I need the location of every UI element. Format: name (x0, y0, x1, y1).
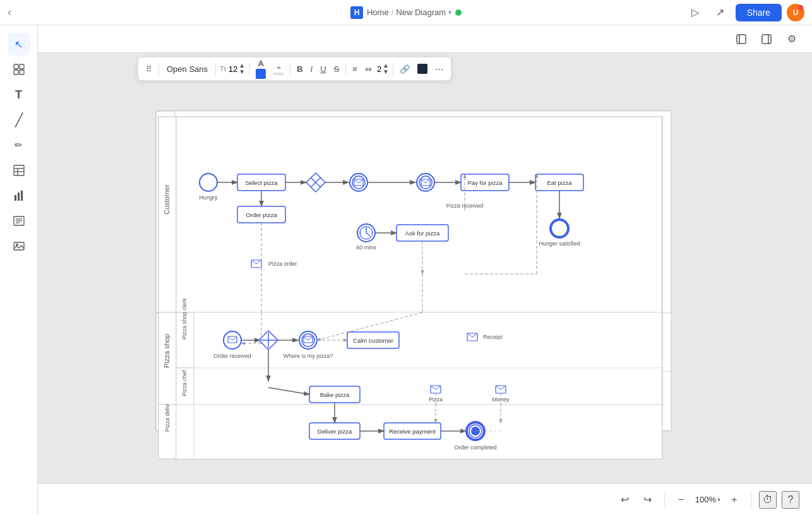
hunger-satisfied-text: Hunger satisfied (539, 240, 580, 247)
highlight-swatch (273, 73, 284, 75)
svg-rect-126 (176, 405, 194, 459)
end-customer[interactable] (551, 220, 568, 237)
order-completed-text: Order completed (454, 444, 496, 451)
start-event[interactable] (200, 174, 217, 191)
shape-color-swatch (417, 64, 427, 74)
help-button[interactable]: ? (782, 491, 799, 509)
image-icon (13, 240, 25, 252)
spacing-button[interactable]: ⇔ (362, 63, 374, 75)
separator-6 (393, 62, 393, 75)
left-sidebar: ↖ T ╱ ✏ (0, 25, 38, 515)
zoom-level-display[interactable]: 100% ▾ (695, 495, 720, 504)
separator-3 (249, 62, 249, 75)
link-button[interactable]: 🔗 (397, 63, 412, 75)
font-size-down[interactable]: ▼ (239, 69, 245, 75)
table-icon (13, 165, 25, 176)
receive-payment-text: Receive payment (389, 428, 436, 435)
breadcrumb-diagram[interactable]: New Diagram (396, 8, 446, 17)
ask-pizza-text: Ask for pizza (405, 230, 440, 237)
chart-icon (13, 190, 25, 201)
svg-rect-12 (15, 195, 16, 201)
play-button[interactable]: ▷ (685, 3, 705, 23)
separator-2 (751, 494, 751, 506)
font-color-swatch (256, 69, 266, 79)
zoom-in-button[interactable]: + (725, 491, 743, 509)
main-bpmn[interactable]: Customer Hungry Select pizza Order pizza (158, 116, 663, 425)
bake-pizza-text: Bake pizza (320, 391, 350, 398)
delivery-text: Pizza delivery guy (164, 404, 170, 432)
pizza-order-text: Pizza order (268, 261, 297, 267)
breadcrumb-dropdown-icon[interactable]: ▾ (448, 9, 451, 16)
line-height-down[interactable]: ▼ (383, 69, 389, 75)
separator (664, 494, 665, 506)
zoom-out-button[interactable]: − (672, 491, 690, 509)
tool-image[interactable] (8, 235, 30, 258)
breadcrumb: Home / New Diagram ▾ (367, 8, 451, 17)
pay-pizza-text: Pay for pizza (468, 179, 503, 186)
align-button[interactable]: ≡ (350, 63, 360, 75)
bottom-bar: ↩ ↪ − 100% ▾ + ⏱ ? (38, 483, 812, 515)
drag-handle[interactable]: ⠿ (143, 63, 155, 75)
clerk-text: Pizza shop clerk (181, 298, 188, 340)
svg-rect-5 (20, 64, 24, 69)
order-received-text: Order received (213, 353, 251, 359)
select-pizza-text: Select pizza (245, 179, 278, 186)
app-logo: H (350, 6, 363, 19)
zoom-dropdown-icon: ▾ (717, 496, 720, 503)
svg-rect-8 (14, 165, 24, 175)
back-button[interactable]: ‹ (8, 6, 11, 19)
delivery-lane[interactable]: Pizza delivery guy Deliver pizza Receive… (158, 404, 663, 459)
canvas-area[interactable]: Customer Hungry Select pizza Order pizza… (38, 53, 812, 483)
shape-color-button[interactable] (415, 62, 430, 75)
tool-line[interactable]: ╱ (8, 109, 30, 131)
customer-label: Customer (163, 184, 170, 215)
panel-right-button[interactable] (756, 29, 777, 49)
tool-table[interactable] (8, 159, 30, 182)
list-icon (13, 215, 25, 227)
tool-pencil[interactable]: ✏ (8, 134, 30, 157)
60-mins-text: 60 mins (356, 244, 376, 251)
eat-pizza-text: Eat pizza (547, 179, 572, 186)
tool-list[interactable] (8, 210, 30, 232)
history-button[interactable]: ⏱ (759, 491, 777, 509)
separator-4 (290, 62, 290, 75)
highlight-icon: ⌁ (277, 63, 281, 72)
redo-button[interactable]: ↪ (639, 491, 657, 509)
highlight-button[interactable]: ⌁ (271, 62, 286, 76)
svg-rect-4 (14, 64, 18, 69)
line-height-control[interactable]: 2 ▲ ▼ (377, 62, 389, 75)
undo-button[interactable]: ↩ (616, 491, 634, 509)
font-size-control[interactable]: 12 ▲ ▼ (229, 62, 245, 75)
user-avatar[interactable]: U (787, 4, 804, 21)
font-size-icon: Tt (220, 65, 226, 73)
font-size-value: 12 (229, 64, 237, 74)
panel-icon (736, 33, 747, 45)
tool-shapes[interactable] (8, 58, 30, 81)
share-button[interactable]: Share (736, 4, 782, 21)
deliver-pizza-text: Deliver pizza (318, 428, 352, 435)
breadcrumb-home[interactable]: Home (367, 8, 389, 17)
zoom-value: 100% (695, 495, 716, 504)
font-color-button[interactable]: A (253, 57, 268, 80)
order-pizza-text: Order pizza (246, 211, 277, 218)
shapes-icon (13, 64, 25, 75)
underline-button[interactable]: U (318, 63, 328, 75)
save-status-indicator (455, 9, 462, 16)
font-family-selector[interactable]: Open Sans (163, 64, 212, 74)
receipt-text: Receipt (483, 334, 503, 340)
tool-text[interactable]: T (8, 83, 30, 106)
more-options-button[interactable]: ⋯ (433, 63, 446, 75)
svg-point-20 (16, 244, 18, 246)
tool-chart[interactable] (8, 184, 30, 207)
tool-select[interactable]: ↖ (8, 33, 30, 56)
font-color-letter: A (258, 59, 264, 68)
hungry-text: Hungry (199, 194, 218, 201)
settings-button[interactable]: ⚙ (782, 29, 802, 49)
export-button[interactable]: ↗ (710, 3, 731, 23)
bold-button[interactable]: B (294, 63, 305, 75)
panel-right-icon (761, 33, 772, 45)
chef-text: Pizza chef (181, 370, 188, 396)
italic-button[interactable]: I (308, 63, 316, 75)
panel-toggle-button[interactable] (731, 29, 751, 49)
strikethrough-button[interactable]: S (331, 63, 342, 75)
